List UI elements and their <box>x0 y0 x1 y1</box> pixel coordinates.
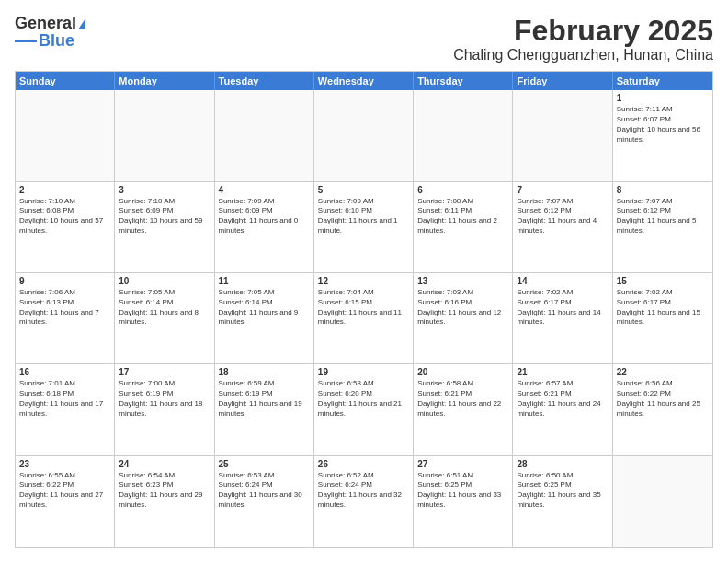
cell-info: Sunrise: 7:09 AM Sunset: 6:09 PM Dayligh… <box>219 197 310 236</box>
calendar-cell: 19Sunrise: 6:58 AM Sunset: 6:20 PM Dayli… <box>314 364 414 454</box>
logo-general: General <box>15 14 76 32</box>
weekday-header: Friday <box>513 72 612 90</box>
calendar-cell <box>613 456 712 547</box>
calendar-cell: 22Sunrise: 6:56 AM Sunset: 6:22 PM Dayli… <box>613 364 712 454</box>
calendar-cell: 10Sunrise: 7:05 AM Sunset: 6:14 PM Dayli… <box>115 273 214 363</box>
calendar-cell: 23Sunrise: 6:55 AM Sunset: 6:22 PM Dayli… <box>16 456 115 547</box>
calendar-body: 1Sunrise: 7:11 AM Sunset: 6:07 PM Daylig… <box>16 90 712 547</box>
cell-info: Sunrise: 7:02 AM Sunset: 6:17 PM Dayligh… <box>617 288 709 327</box>
day-number: 6 <box>417 185 508 195</box>
title-block: February 2025 Chaling Chengguanzhen, Hun… <box>453 15 713 63</box>
calendar-cell: 16Sunrise: 7:01 AM Sunset: 6:18 PM Dayli… <box>16 364 115 454</box>
calendar-row: 23Sunrise: 6:55 AM Sunset: 6:22 PM Dayli… <box>16 456 712 547</box>
day-number: 18 <box>219 367 310 377</box>
calendar-row: 9Sunrise: 7:06 AM Sunset: 6:13 PM Daylig… <box>16 273 712 364</box>
calendar-cell: 21Sunrise: 6:57 AM Sunset: 6:21 PM Dayli… <box>513 364 612 454</box>
weekday-header: Monday <box>115 72 214 90</box>
calendar-cell <box>513 90 612 180</box>
calendar-cell: 12Sunrise: 7:04 AM Sunset: 6:15 PM Dayli… <box>314 273 414 363</box>
calendar-cell <box>115 90 214 180</box>
day-number: 20 <box>417 367 508 377</box>
calendar-cell: 14Sunrise: 7:02 AM Sunset: 6:17 PM Dayli… <box>513 273 612 363</box>
calendar-cell: 2Sunrise: 7:10 AM Sunset: 6:08 PM Daylig… <box>16 182 115 272</box>
day-number: 19 <box>318 367 409 377</box>
calendar-cell: 28Sunrise: 6:50 AM Sunset: 6:25 PM Dayli… <box>513 456 612 547</box>
cell-info: Sunrise: 6:57 AM Sunset: 6:21 PM Dayligh… <box>517 379 608 419</box>
day-number: 8 <box>617 185 709 195</box>
day-number: 14 <box>517 276 608 286</box>
cell-info: Sunrise: 7:07 AM Sunset: 6:12 PM Dayligh… <box>617 197 709 236</box>
day-number: 1 <box>617 93 709 103</box>
calendar-cell: 4Sunrise: 7:09 AM Sunset: 6:09 PM Daylig… <box>215 182 314 272</box>
calendar-cell: 7Sunrise: 7:07 AM Sunset: 6:12 PM Daylig… <box>513 182 612 272</box>
day-number: 28 <box>517 459 608 469</box>
cell-info: Sunrise: 7:08 AM Sunset: 6:11 PM Dayligh… <box>417 197 508 236</box>
day-number: 17 <box>119 367 210 377</box>
cell-info: Sunrise: 6:55 AM Sunset: 6:22 PM Dayligh… <box>19 471 110 511</box>
calendar-cell: 15Sunrise: 7:02 AM Sunset: 6:17 PM Dayli… <box>613 273 712 363</box>
cell-info: Sunrise: 6:50 AM Sunset: 6:25 PM Dayligh… <box>517 471 608 511</box>
calendar-cell: 17Sunrise: 7:00 AM Sunset: 6:19 PM Dayli… <box>115 364 214 454</box>
day-number: 26 <box>318 459 409 469</box>
day-number: 15 <box>617 276 709 286</box>
cell-info: Sunrise: 7:07 AM Sunset: 6:12 PM Dayligh… <box>517 197 608 236</box>
calendar-cell: 6Sunrise: 7:08 AM Sunset: 6:11 PM Daylig… <box>414 182 513 272</box>
weekday-header: Thursday <box>414 72 513 90</box>
calendar-cell <box>314 90 414 180</box>
calendar-cell: 1Sunrise: 7:11 AM Sunset: 6:07 PM Daylig… <box>613 90 712 180</box>
calendar-row: 1Sunrise: 7:11 AM Sunset: 6:07 PM Daylig… <box>16 90 712 181</box>
weekday-header: Wednesday <box>314 72 414 90</box>
day-number: 7 <box>517 185 608 195</box>
page: General Blue February 2025 Chaling Cheng… <box>0 0 728 563</box>
calendar-cell: 8Sunrise: 7:07 AM Sunset: 6:12 PM Daylig… <box>613 182 712 272</box>
calendar-row: 2Sunrise: 7:10 AM Sunset: 6:08 PM Daylig… <box>16 182 712 273</box>
day-number: 11 <box>219 276 310 286</box>
day-number: 13 <box>417 276 508 286</box>
day-number: 9 <box>19 276 110 286</box>
calendar-title: February 2025 <box>453 15 713 47</box>
calendar-cell: 13Sunrise: 7:03 AM Sunset: 6:16 PM Dayli… <box>414 273 513 363</box>
day-number: 12 <box>318 276 409 286</box>
cell-info: Sunrise: 6:52 AM Sunset: 6:24 PM Dayligh… <box>318 471 409 511</box>
day-number: 2 <box>19 185 110 195</box>
cell-info: Sunrise: 7:05 AM Sunset: 6:14 PM Dayligh… <box>119 288 210 327</box>
cell-info: Sunrise: 6:53 AM Sunset: 6:24 PM Dayligh… <box>219 471 310 511</box>
header: General Blue February 2025 Chaling Cheng… <box>15 15 713 63</box>
cell-info: Sunrise: 6:58 AM Sunset: 6:20 PM Dayligh… <box>318 379 409 419</box>
calendar-cell: 11Sunrise: 7:05 AM Sunset: 6:14 PM Dayli… <box>215 273 314 363</box>
day-number: 22 <box>617 367 709 377</box>
cell-info: Sunrise: 7:05 AM Sunset: 6:14 PM Dayligh… <box>219 288 310 327</box>
cell-info: Sunrise: 7:11 AM Sunset: 6:07 PM Dayligh… <box>617 105 709 144</box>
cell-info: Sunrise: 7:00 AM Sunset: 6:19 PM Dayligh… <box>119 379 210 419</box>
calendar-cell: 25Sunrise: 6:53 AM Sunset: 6:24 PM Dayli… <box>215 456 314 547</box>
calendar-row: 16Sunrise: 7:01 AM Sunset: 6:18 PM Dayli… <box>16 364 712 455</box>
day-number: 4 <box>219 185 310 195</box>
weekday-header: Saturday <box>613 72 712 90</box>
cell-info: Sunrise: 6:51 AM Sunset: 6:25 PM Dayligh… <box>417 471 508 511</box>
cell-info: Sunrise: 6:58 AM Sunset: 6:21 PM Dayligh… <box>417 379 508 419</box>
logo: General Blue <box>15 15 85 51</box>
calendar-cell <box>414 90 513 180</box>
calendar: SundayMondayTuesdayWednesdayThursdayFrid… <box>15 71 713 548</box>
calendar-cell: 27Sunrise: 6:51 AM Sunset: 6:25 PM Dayli… <box>414 456 513 547</box>
cell-info: Sunrise: 6:54 AM Sunset: 6:23 PM Dayligh… <box>119 471 210 511</box>
logo-line <box>15 40 37 42</box>
day-number: 21 <box>517 367 608 377</box>
cell-info: Sunrise: 7:01 AM Sunset: 6:18 PM Dayligh… <box>19 379 110 419</box>
calendar-cell: 24Sunrise: 6:54 AM Sunset: 6:23 PM Dayli… <box>115 456 214 547</box>
day-number: 10 <box>119 276 210 286</box>
calendar-header: SundayMondayTuesdayWednesdayThursdayFrid… <box>16 72 712 90</box>
calendar-cell: 20Sunrise: 6:58 AM Sunset: 6:21 PM Dayli… <box>414 364 513 454</box>
day-number: 23 <box>19 459 110 469</box>
cell-info: Sunrise: 6:59 AM Sunset: 6:19 PM Dayligh… <box>219 379 310 419</box>
day-number: 5 <box>318 185 409 195</box>
calendar-cell <box>215 90 314 180</box>
day-number: 3 <box>119 185 210 195</box>
calendar-cell <box>16 90 115 180</box>
logo-triangle-icon <box>78 18 85 29</box>
cell-info: Sunrise: 7:06 AM Sunset: 6:13 PM Dayligh… <box>19 288 110 327</box>
cell-info: Sunrise: 7:03 AM Sunset: 6:16 PM Dayligh… <box>417 288 508 327</box>
cell-info: Sunrise: 7:10 AM Sunset: 6:08 PM Dayligh… <box>19 197 110 236</box>
cell-info: Sunrise: 7:10 AM Sunset: 6:09 PM Dayligh… <box>119 197 210 236</box>
cell-info: Sunrise: 6:56 AM Sunset: 6:22 PM Dayligh… <box>617 379 709 419</box>
